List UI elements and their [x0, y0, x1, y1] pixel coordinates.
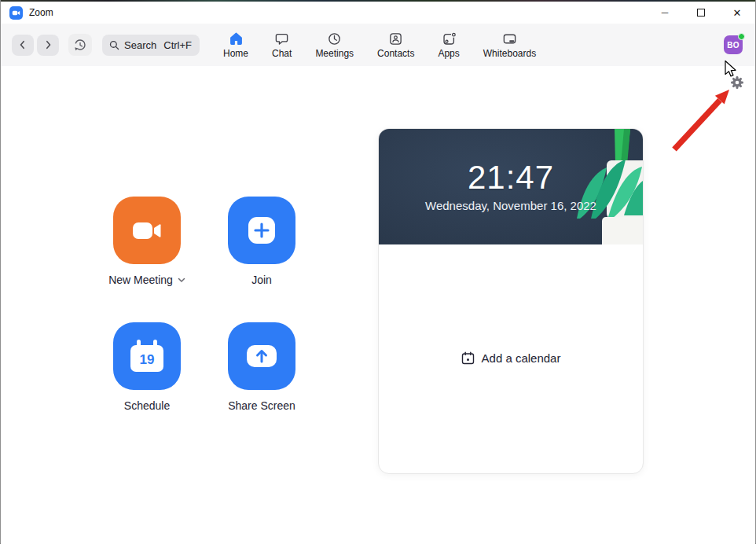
clock-time: 21:47 — [379, 159, 643, 197]
share-screen-label: Share Screen — [228, 399, 295, 412]
tab-chat[interactable]: Chat — [272, 31, 292, 59]
nav-tabs: Home Chat Meetings Contacts — [223, 24, 536, 66]
add-calendar-label: Add a calendar — [482, 351, 561, 365]
home-panel: New Meeting Join 19 Schedule — [1, 66, 755, 544]
plus-icon[interactable] — [228, 197, 295, 264]
chevron-down-icon[interactable] — [178, 278, 185, 283]
tab-whiteboards-label: Whiteboards — [483, 48, 536, 59]
tab-meetings-label: Meetings — [315, 48, 354, 59]
join-button[interactable]: Join — [196, 197, 328, 286]
tab-home[interactable]: Home — [223, 31, 248, 59]
profile-avatar[interactable]: BO — [724, 35, 743, 54]
tab-contacts[interactable]: Contacts — [377, 31, 414, 59]
window-controls: ─ ✕ — [647, 2, 755, 24]
mouse-cursor — [722, 60, 738, 79]
search-icon — [108, 39, 120, 51]
calendar-card: 21:47 Wednesday, November 16, 2022 Add a… — [378, 128, 644, 474]
window-title: Zoom — [29, 7, 53, 18]
history-button[interactable] — [68, 34, 92, 56]
video-camera-icon[interactable] — [113, 197, 181, 264]
add-calendar-icon — [461, 351, 475, 365]
whiteboards-icon — [502, 31, 517, 46]
maximize-button[interactable] — [683, 2, 719, 24]
clock-date: Wednesday, November 16, 2022 — [379, 199, 643, 212]
contacts-icon — [388, 31, 403, 46]
zoom-logo-icon — [9, 6, 23, 20]
calendar-day: 19 — [140, 352, 155, 368]
forward-button[interactable] — [37, 35, 59, 56]
history-clock-icon — [72, 37, 88, 53]
back-button[interactable] — [12, 35, 34, 56]
tab-apps[interactable]: Apps — [438, 31, 459, 59]
search-placeholder: Search — [124, 39, 156, 51]
status-online-dot — [738, 33, 745, 40]
calendar-icon[interactable]: 19 — [113, 322, 181, 390]
search-shortcut: Ctrl+F — [163, 39, 192, 51]
search-input[interactable]: Search Ctrl+F — [102, 35, 200, 56]
new-meeting-button[interactable]: New Meeting — [81, 197, 213, 286]
clock-banner: 21:47 Wednesday, November 16, 2022 — [379, 129, 643, 244]
navbar: Search Ctrl+F Home Chat Meetings — [1, 24, 755, 66]
share-screen-button[interactable]: Share Screen — [196, 322, 328, 412]
add-calendar-link[interactable]: Add a calendar — [379, 351, 643, 365]
chat-icon — [274, 31, 289, 46]
share-screen-arrow-icon[interactable] — [228, 322, 295, 390]
titlebar: Zoom ─ ✕ — [1, 2, 755, 24]
meetings-icon — [327, 31, 342, 46]
tab-home-label: Home — [223, 48, 248, 59]
close-button[interactable]: ✕ — [719, 2, 755, 24]
schedule-label: Schedule — [124, 399, 170, 412]
tab-contacts-label: Contacts — [377, 48, 414, 59]
tab-whiteboards[interactable]: Whiteboards — [483, 31, 536, 59]
apps-icon — [442, 31, 457, 46]
maximize-icon — [697, 9, 705, 17]
home-icon — [229, 31, 244, 46]
schedule-button[interactable]: 19 Schedule — [81, 322, 213, 412]
chevron-left-icon — [16, 38, 30, 52]
zoom-app-window: Zoom ─ ✕ Search Ctrl+F — [0, 0, 756, 544]
join-label: Join — [251, 274, 272, 286]
new-meeting-label: New Meeting — [108, 274, 173, 286]
chevron-right-icon — [41, 38, 55, 52]
tab-apps-label: Apps — [438, 48, 459, 59]
minimize-button[interactable]: ─ — [647, 2, 683, 24]
tab-chat-label: Chat — [272, 48, 292, 59]
tab-meetings[interactable]: Meetings — [315, 31, 354, 59]
